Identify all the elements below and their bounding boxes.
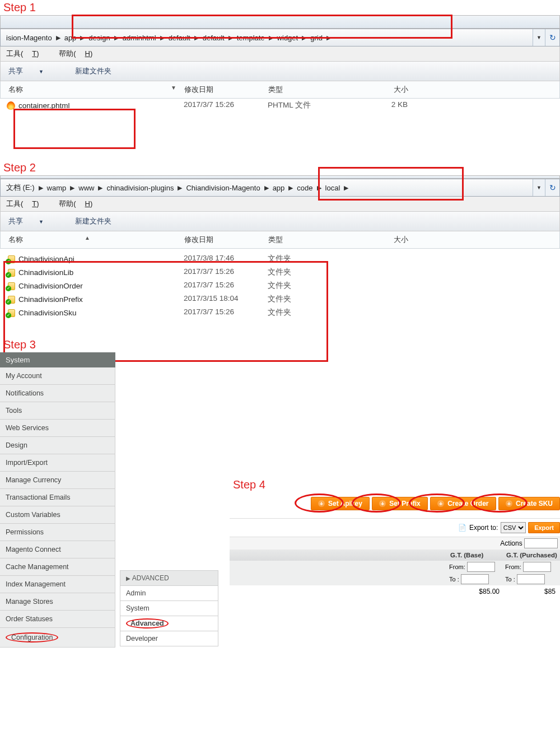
plus-icon: + [318,500,325,507]
file-row[interactable]: ChinadivisionPrefix2017/3/15 18:04文件夹 [0,292,560,306]
system-menu-item[interactable]: Web Services [0,420,115,437]
advanced-menu-item[interactable]: Admin [120,586,218,601]
col-gt-purchased[interactable]: G.T. (Purchased) [504,550,560,561]
breadcrumb-item[interactable]: app [270,183,287,193]
breadcrumb-dropdown[interactable]: ▼ [533,179,545,196]
system-menu-item[interactable]: Manage Currency [0,472,115,489]
system-menu-item[interactable]: Manage Stores [0,593,115,611]
col-type[interactable]: 类型 [268,85,352,95]
system-menu-item[interactable]: My Account [0,367,115,385]
export-button[interactable]: Export [528,522,560,533]
breadcrumb-item[interactable]: Chiandivision-Magento [184,183,262,193]
from-label: From: [449,564,465,570]
file-row[interactable]: ChinadivisionOrder2017/3/7 15:26文件夹 [0,279,560,292]
col-date[interactable]: 修改日期 [184,85,268,95]
file-size [352,267,413,277]
breadcrumb-item[interactable]: grid [308,32,325,43]
system-menu-item[interactable]: Design [0,437,115,454]
gt-purch-to[interactable] [517,574,545,584]
breadcrumb-item[interactable]: app [62,32,79,43]
step-3-label: Step 3 [0,337,115,352]
share-button[interactable]: 共享▼ [8,67,58,75]
create-sku-button[interactable]: +Create SKU [498,497,560,510]
system-menu-item[interactable]: Order Statuses [0,611,115,628]
system-menu-item[interactable]: Permissions [0,524,115,541]
create-order-button[interactable]: +Create Order [430,497,496,510]
col-size[interactable]: 大小 [352,85,414,95]
actions-input[interactable] [524,538,558,548]
file-date: 2017/3/8 17:46 [184,254,268,264]
menu-help[interactable]: 帮助(H) [59,199,101,208]
file-size [352,254,413,264]
advanced-menu-item[interactable]: Advanced [120,616,218,631]
file-row[interactable]: container.phtml2017/3/7 15:26PHTML 文件2 K… [0,99,560,112]
actions-label: Actions [500,539,522,547]
file-name: ChinadivisionOrder [18,282,83,290]
breadcrumb-dropdown[interactable]: ▼ [533,29,545,46]
menu-tools[interactable]: 工具(T) [6,49,48,58]
breadcrumb-item[interactable]: 文档 (E:) [4,181,37,194]
folder-icon [7,268,15,277]
breadcrumb-item[interactable]: adminhtml [120,32,158,43]
phtml-file-icon [7,101,15,110]
breadcrumb-item[interactable]: chinadivision-plugins [104,183,176,193]
magento-system-menu: System My AccountNotificationsToolsWeb S… [0,352,115,648]
breadcrumb-item[interactable]: www [76,183,96,193]
chevron-right-icon: ▶ [287,184,295,192]
breadcrumb-item[interactable]: local [323,183,343,193]
col-name[interactable]: 名称▼ [1,85,184,95]
menu-help[interactable]: 帮助(H) [59,49,101,58]
breadcrumb-item[interactable]: template [235,32,267,43]
system-menu-item[interactable]: Custom Variables [0,506,115,524]
chevron-right-icon: ▶ [325,34,333,41]
file-row[interactable]: ChinadivisionApi2017/3/8 17:46文件夹 [0,252,560,266]
file-size [352,294,413,304]
set-apikey-button[interactable]: +Set Apikey [311,497,370,510]
new-folder-button[interactable]: 新建文件夹 [75,217,111,225]
col-type[interactable]: 类型 [268,235,352,245]
gt-base-to[interactable] [461,574,489,584]
system-menu-item[interactable]: Transactional Emails [0,489,115,506]
breadcrumb-item[interactable]: ision-Magento [4,32,54,43]
file-name: ChinadivisionLib [18,268,73,277]
file-row[interactable]: ChinadivisionSku2017/3/7 15:26文件夹 [0,306,560,319]
system-menu-item[interactable]: Configuration [0,628,115,648]
chevron-right-icon: ▶ [68,184,76,192]
from-label: From: [505,564,521,570]
breadcrumb-item[interactable]: default [166,32,193,43]
refresh-button[interactable]: ↻ [545,29,559,46]
new-folder-button[interactable]: 新建文件夹 [75,67,111,75]
breadcrumb-item[interactable]: wamp [45,183,69,193]
file-row[interactable]: ChinadivisionLib2017/3/7 15:26文件夹 [0,266,560,279]
file-type: PHTML 文件 [268,100,352,110]
advanced-menu-item[interactable]: System [120,601,218,616]
breadcrumb-item[interactable]: design [86,32,112,43]
breadcrumb-item[interactable]: widget [275,32,301,43]
set-prefix-button[interactable]: +Set Prefix [372,497,427,510]
advanced-menu-item[interactable]: Developer [120,631,218,646]
column-headers: 名称▲ 修改日期 类型 大小 [0,231,560,249]
export-format-select[interactable]: CSV [501,522,526,533]
advanced-header: ▶ ADVANCED [120,570,218,586]
step-1-label: Step 1 [0,0,560,15]
col-size[interactable]: 大小 [352,235,414,245]
refresh-button[interactable]: ↻ [545,179,559,196]
breadcrumb-item[interactable]: code [295,183,315,193]
share-button[interactable]: 共享▼ [8,217,58,225]
chevron-right-icon: ▶ [263,184,270,192]
col-date[interactable]: 修改日期 [184,235,268,245]
col-gt-base[interactable]: G.T. (Base) [448,550,504,561]
menu-bar: 工具(T) 帮助(H) [0,46,560,62]
system-menu-item[interactable]: Magento Connect [0,541,115,558]
col-name[interactable]: 名称▲ [1,235,184,245]
gt-base-from[interactable] [467,562,495,572]
system-menu-item[interactable]: Index Management [0,576,115,593]
menu-tools[interactable]: 工具(T) [6,199,48,208]
breadcrumb-item[interactable]: default [200,32,227,43]
system-menu-item[interactable]: Cache Management [0,558,115,576]
system-menu-item[interactable]: Import/Export [0,454,115,472]
system-menu-item[interactable]: Tools [0,402,115,420]
file-size: 2 KB [352,100,413,110]
system-menu-item[interactable]: Notifications [0,385,115,402]
gt-purch-from[interactable] [523,562,551,572]
